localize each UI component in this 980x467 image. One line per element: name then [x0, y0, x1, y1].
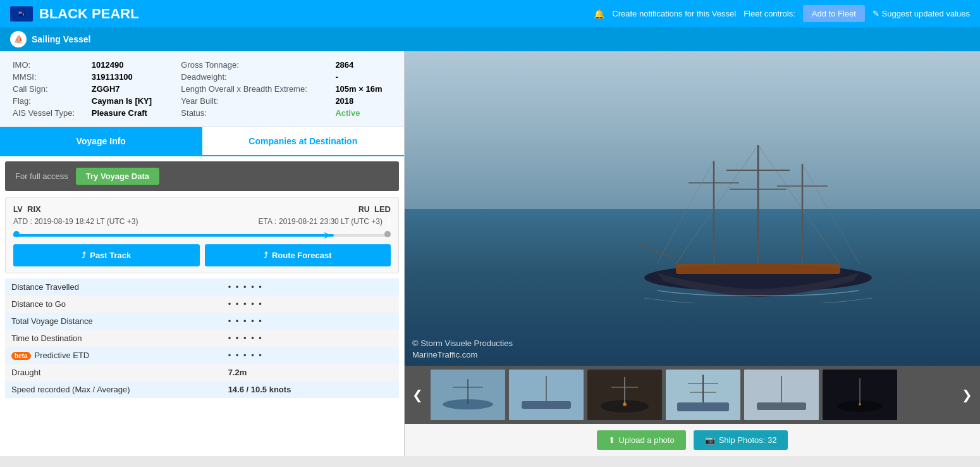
bell-icon: 🔔 — [594, 9, 604, 19]
svg-point-25 — [623, 402, 627, 406]
eta-info-icon[interactable]: ℹ — [388, 216, 391, 227]
try-voyage-button[interactable]: Try Voyage Data — [76, 168, 159, 185]
stat-label: Distance to Go — [5, 296, 222, 313]
flag-value: Cayman Is [KY] — [89, 95, 166, 107]
stat-value: 7.2m — [222, 364, 399, 381]
action-buttons: ⤴ Past Track ⤴ Route Forecast — [13, 244, 391, 266]
stat-label: Time to Destination — [5, 330, 222, 347]
stats-row: Distance to Go• • • • • — [5, 296, 399, 313]
progress-bar: ➤ — [13, 233, 391, 238]
svg-rect-27 — [677, 402, 729, 411]
suggest-values-link[interactable]: ✎ Suggest updated values — [873, 9, 970, 18]
svg-rect-19 — [522, 401, 571, 409]
full-access-text: For full access — [15, 171, 68, 181]
route-forecast-button[interactable]: ⤴ Route Forecast — [205, 244, 391, 266]
stats-row: Total Voyage Distance• • • • • — [5, 313, 399, 330]
stat-value: • • • • • — [222, 330, 399, 347]
vessel-info-section: IMO: 1012490 Gross Tonnage: 2864 MMSI: 3… — [0, 51, 404, 127]
mmsi-value: 319113100 — [89, 71, 166, 83]
atd-label: ATD : — [13, 217, 32, 226]
thumbnail-3[interactable] — [587, 370, 662, 420]
upload-photo-button[interactable]: ⬆ Upload a photo — [597, 430, 686, 450]
length-value: 105m × 16m — [333, 83, 394, 95]
svg-line-5 — [638, 243, 676, 259]
vessel-type-label: Sailing Vessel — [32, 34, 90, 44]
deadweight-label: Deadweight: — [178, 71, 333, 83]
from-port: RIX — [27, 204, 41, 214]
vessel-info-table: IMO: 1012490 Gross Tonnage: 2864 MMSI: 3… — [10, 59, 394, 119]
stat-label: betaPredictive ETD — [5, 347, 222, 364]
fleet-controls-label: Fleet controls: — [744, 9, 795, 18]
flag-icon: 🇰🇾 — [10, 6, 33, 22]
callsign-label: Call Sign: — [10, 83, 89, 95]
thumbnail-4[interactable] — [666, 370, 740, 420]
stats-row: Draught7.2m — [5, 364, 399, 381]
to-port: LED — [374, 204, 391, 214]
thumbnails-container — [431, 370, 954, 420]
ship-photos-button[interactable]: 📷 Ship Photos: 32 — [694, 430, 788, 450]
notification-link[interactable]: Create notifications for this Vessel — [612, 9, 736, 18]
stat-value: • • • • • — [222, 296, 399, 313]
credit-line1: © Storm Visuele Producties — [412, 338, 513, 349]
header-actions: 🔔 Create notifications for this Vessel F… — [594, 5, 970, 22]
route-forecast-label: Route Forecast — [272, 251, 332, 260]
right-panel: © Storm Visuele Producties MarineTraffic… — [405, 51, 980, 456]
photo-actions: ⬆ Upload a photo 📷 Ship Photos: 32 — [405, 424, 980, 456]
stats-row: Distance Travelled• • • • • — [5, 278, 399, 296]
svg-point-37 — [859, 403, 861, 406]
main-photo: © Storm Visuele Producties MarineTraffic… — [405, 51, 980, 366]
voyage-route: LV RIX RU LED ATD : 2019-08-19 18:42 LT … — [5, 197, 399, 273]
main-container: IMO: 1012490 Gross Tonnage: 2864 MMSI: 3… — [0, 51, 980, 456]
ais-type-label: AIS Vessel Type: — [10, 107, 89, 119]
eta-value: 2019-08-21 23:30 LT (UTC +3) — [279, 217, 383, 226]
thumbnail-next-button[interactable]: ❯ — [957, 385, 977, 405]
mmsi-label: MMSI: — [10, 71, 89, 83]
full-access-bar: For full access Try Voyage Data — [5, 161, 399, 191]
thumbnail-6[interactable] — [823, 370, 897, 420]
header-title-row: 🇰🇾 BLACK PEARL 🔔 Create notifications fo… — [0, 0, 980, 27]
thumbnail-row: ❮ — [405, 366, 980, 424]
vessel-type-row: ⛵ Sailing Vessel — [0, 27, 980, 51]
tab-voyage-info[interactable]: Voyage Info — [0, 127, 202, 155]
ais-type-value: Pleasure Craft — [89, 107, 166, 119]
upload-photo-label: Upload a photo — [619, 435, 675, 445]
stat-label: Total Voyage Distance — [5, 313, 222, 330]
vessel-name: BLACK PEARL — [39, 6, 139, 22]
callsign-value: ZGGH7 — [89, 83, 166, 95]
gross-tonnage-value: 2864 — [333, 59, 394, 71]
tabs-row: Voyage Info Companies at Destination — [0, 127, 404, 156]
gross-tonnage-label: Gross Tonnage: — [178, 59, 333, 71]
add-to-fleet-button[interactable]: Add to Fleet — [803, 5, 865, 22]
track-icon: ⤴ — [82, 251, 86, 260]
voyage-content: For full access Try Voyage Data LV RIX R… — [0, 156, 404, 456]
stats-row: Time to Destination• • • • • — [5, 330, 399, 347]
progress-start-dot — [13, 231, 20, 237]
progress-fill — [13, 234, 334, 237]
past-track-label: Past Track — [90, 251, 131, 260]
stat-value: • • • • • — [222, 313, 399, 330]
stats-table: Distance Travelled• • • • •Distance to G… — [5, 278, 399, 398]
thumbnail-1[interactable] — [431, 370, 505, 420]
progress-arrow: ➤ — [323, 229, 331, 241]
thumbnail-2[interactable] — [509, 370, 584, 420]
svg-line-12 — [657, 161, 714, 264]
stat-value: • • • • • — [222, 278, 399, 296]
to-country: RU — [358, 205, 369, 214]
imo-label: IMO: — [10, 59, 89, 71]
past-track-button[interactable]: ⤴ Past Track — [13, 244, 200, 266]
atd-value: 2019-08-19 18:42 LT (UTC +3) — [34, 217, 138, 226]
tab-companies[interactable]: Companies at Destination — [202, 127, 405, 155]
left-panel: IMO: 1012490 Gross Tonnage: 2864 MMSI: 3… — [0, 51, 405, 456]
svg-line-10 — [676, 145, 758, 264]
stats-row: betaPredictive ETD• • • • • — [5, 347, 399, 364]
svg-rect-1 — [676, 264, 840, 274]
thumbnail-prev-button[interactable]: ❮ — [407, 385, 428, 405]
vessel-type-icon: ⛵ — [10, 31, 27, 47]
route-from: LV RIX — [13, 204, 41, 214]
eta-section: ETA : 2019-08-21 23:30 LT (UTC +3) ℹ — [259, 216, 391, 227]
svg-line-13 — [802, 164, 859, 264]
thumbnail-5[interactable] — [744, 370, 819, 420]
svg-rect-32 — [757, 402, 806, 410]
stats-row: Speed recorded (Max / Average)14.6 / 10.… — [5, 381, 399, 398]
route-to: RU LED — [358, 204, 391, 214]
